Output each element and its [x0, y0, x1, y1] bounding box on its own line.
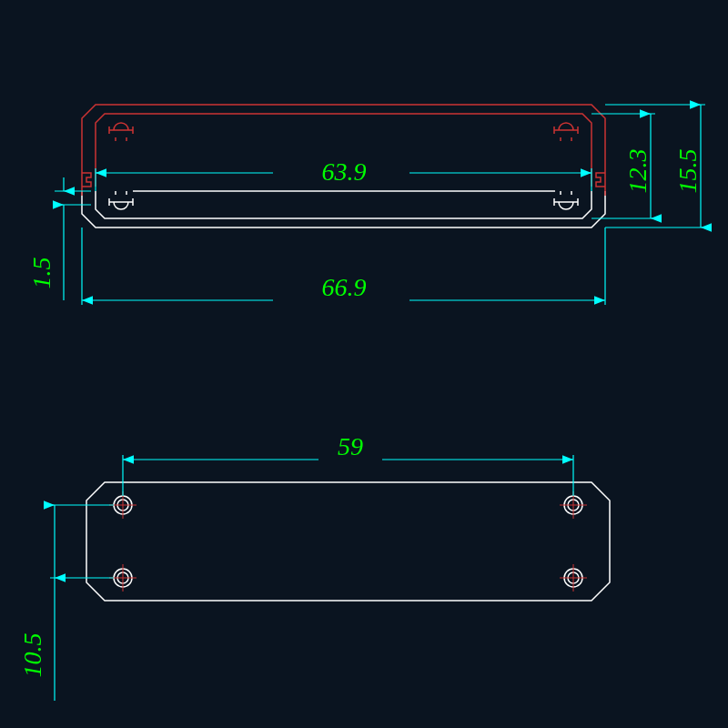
dim-outer-height: 15.5	[605, 105, 705, 228]
dim-hole-y-text: 10.5	[18, 633, 46, 678]
dim-hole-y: 10.5	[18, 505, 114, 701]
dim-inner-width: 63.9	[96, 157, 592, 191]
dim-hole-x: 59	[123, 432, 573, 496]
dim-outer-width-text: 66.9	[322, 273, 367, 301]
plate-outline	[86, 482, 610, 601]
dim-outer-height-text: 15.5	[673, 149, 702, 194]
plate-view: 59 10.5	[18, 432, 610, 701]
dim-inner-height: 12.3	[592, 114, 655, 218]
holes	[114, 496, 582, 587]
profile-lower	[82, 191, 605, 228]
dim-inner-width-text: 63.9	[322, 157, 367, 186]
dim-wall-text: 1.5	[27, 258, 56, 289]
dim-hole-x-text: 59	[338, 432, 363, 460]
center-marks	[109, 491, 587, 592]
dim-inner-height-text: 12.3	[623, 149, 652, 194]
dim-outer-width: 66.9	[82, 228, 605, 305]
profile-view: 63.9 66.9 12.3 15.5	[27, 105, 705, 305]
cad-drawing: 63.9 66.9 12.3 15.5	[0, 0, 728, 728]
